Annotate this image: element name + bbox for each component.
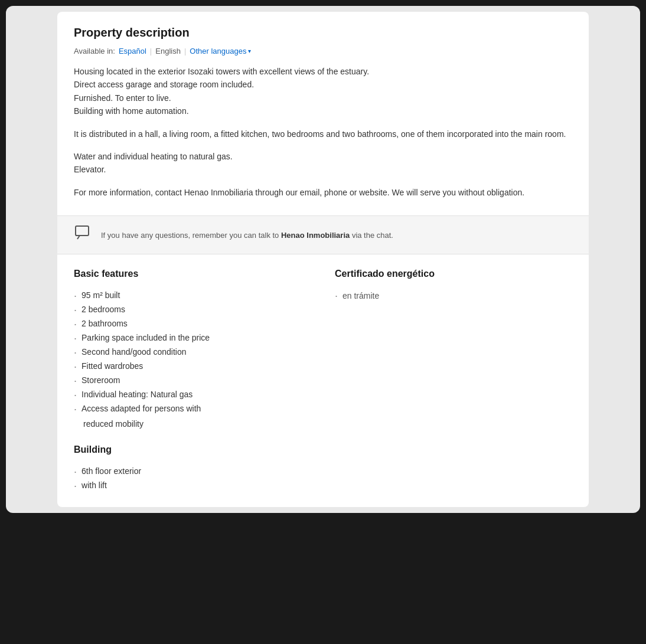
chat-icon-wrap (74, 224, 93, 246)
svg-rect-0 (76, 226, 89, 236)
basic-features-column: Basic features 95 m² built 2 bedrooms 2 … (74, 269, 311, 493)
basic-features-title: Basic features (74, 269, 311, 279)
energy-cert-column: Certificado energético en trámite (335, 269, 572, 493)
building-section: Building 6th floor exterior with lift (74, 444, 311, 493)
chat-text-suffix: via the chat. (350, 231, 393, 240)
lang-other-label: Other languages (190, 47, 246, 55)
chat-text-prefix: If you have any questions, remember you … (101, 231, 281, 240)
available-in-label: Available in: (74, 47, 115, 55)
lang-english-current: English (155, 47, 181, 55)
feature-item-storeroom: Storeroom (74, 374, 311, 388)
lang-other-dropdown[interactable]: Other languages ▾ (190, 47, 251, 55)
chat-banner-text: If you have any questions, remember you … (101, 231, 393, 240)
building-list: 6th floor exterior with lift (74, 465, 311, 493)
property-description-section: Property description Available in: Españ… (57, 12, 589, 216)
feature-item-area: 95 m² built (74, 289, 311, 303)
lang-separator-2: | (184, 47, 186, 55)
chat-company-name: Henao Inmobiliaria (281, 231, 350, 240)
energy-cert-status-text: en trámite (342, 291, 379, 300)
chat-icon (74, 224, 93, 243)
property-description-title: Property description (74, 26, 572, 40)
page-wrapper: Property description Available in: Españ… (6, 6, 640, 513)
feature-item-condition: Second hand/good condition (74, 345, 311, 359)
energy-cert-status: en trámite (335, 289, 572, 303)
description-paragraph-2: It is distributed in a hall, a living ro… (74, 128, 572, 140)
feature-item-parking: Parking space included in the price (74, 331, 311, 345)
description-paragraph-1: Housing located in the exterior Isozaki … (74, 65, 572, 118)
chevron-down-icon: ▾ (248, 48, 251, 54)
lang-separator-1: | (150, 47, 152, 55)
chat-banner: If you have any questions, remember you … (57, 216, 589, 254)
available-in-bar: Available in: Español | English | Other … (74, 47, 572, 55)
feature-item-access: Access adapted for persons with reduced … (74, 402, 311, 430)
feature-item-wardrobes: Fitted wardrobes (74, 359, 311, 374)
features-section: Basic features 95 m² built 2 bedrooms 2 … (57, 254, 589, 507)
main-card: Property description Available in: Españ… (57, 12, 589, 507)
feature-item-heating: Individual heating: Natural gas (74, 388, 311, 402)
building-title: Building (74, 444, 311, 455)
description-text: Housing located in the exterior Isozaki … (74, 65, 572, 199)
lang-spanish-link[interactable]: Español (119, 47, 146, 55)
energy-cert-title: Certificado energético (335, 269, 572, 279)
building-item-floor: 6th floor exterior (74, 465, 311, 479)
description-paragraph-4: For more information, contact Henao Inmo… (74, 186, 572, 199)
feature-item-bedrooms: 2 bedrooms (74, 303, 311, 317)
description-paragraph-3: Water and individual heating to natural … (74, 150, 572, 176)
basic-features-list: 95 m² built 2 bedrooms 2 bathrooms Parki… (74, 289, 311, 430)
building-item-lift: with lift (74, 479, 311, 493)
feature-item-bathrooms: 2 bathrooms (74, 317, 311, 331)
